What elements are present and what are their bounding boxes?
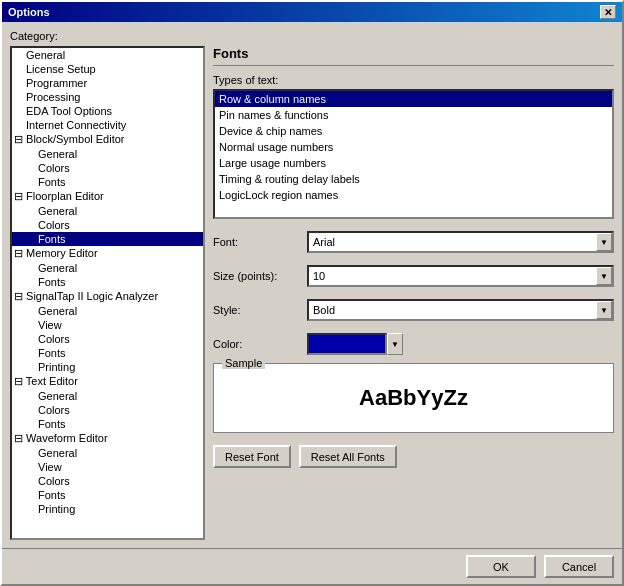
category-label: Category: (10, 30, 614, 42)
right-panel: Fonts Types of text: Row & column namesP… (213, 46, 614, 540)
types-list-item[interactable]: Device & chip names (215, 123, 612, 139)
left-panel: GeneralLicense SetupProgrammerProcessing… (10, 46, 205, 540)
sample-text: AaBbYyZz (359, 385, 468, 411)
tree-item[interactable]: ⊟ Block/Symbol Editor (12, 132, 203, 147)
reset-font-button[interactable]: Reset Font (213, 445, 291, 468)
size-label: Size (points): (213, 270, 303, 282)
tree-item[interactable]: Colors (12, 403, 203, 417)
dialog-footer: OK Cancel (2, 548, 622, 584)
font-select[interactable]: Arial ▼ (307, 231, 614, 253)
size-row: Size (points): 10 ▼ (213, 265, 614, 287)
tree-item[interactable]: General (12, 389, 203, 403)
reset-all-fonts-button[interactable]: Reset All Fonts (299, 445, 397, 468)
tree-item[interactable]: ⊟ SignalTap II Logic Analyzer (12, 289, 203, 304)
tree-item[interactable]: ⊟ Waveform Editor (12, 431, 203, 446)
panel-title: Fonts (213, 46, 614, 66)
tree-item[interactable]: General (12, 147, 203, 161)
tree-item[interactable]: ⊟ Memory Editor (12, 246, 203, 261)
close-button[interactable]: ✕ (600, 5, 616, 19)
tree-item[interactable]: Printing (12, 502, 203, 516)
size-select[interactable]: 10 ▼ (307, 265, 614, 287)
tree-item[interactable]: General (12, 304, 203, 318)
tree-item[interactable]: Printing (12, 360, 203, 374)
style-value: Bold (313, 304, 335, 316)
tree-item[interactable]: ⊟ Text Editor (12, 374, 203, 389)
style-label: Style: (213, 304, 303, 316)
tree-item[interactable]: Fonts (12, 232, 203, 246)
sample-group-label: Sample (222, 357, 265, 369)
tree-item[interactable]: ⊟ Floorplan Editor (12, 189, 203, 204)
tree-item[interactable]: Fonts (12, 175, 203, 189)
ok-button[interactable]: OK (466, 555, 536, 578)
types-list-item[interactable]: Row & column names (215, 91, 612, 107)
options-dialog: Options ✕ Category: GeneralLicense Setup… (0, 0, 624, 586)
font-value: Arial (313, 236, 335, 248)
tree-item[interactable]: Colors (12, 474, 203, 488)
style-select[interactable]: Bold ▼ (307, 299, 614, 321)
types-section: Types of text: Row & column namesPin nam… (213, 74, 614, 219)
tree-item[interactable]: General (12, 204, 203, 218)
tree-item[interactable]: Fonts (12, 417, 203, 431)
dialog-title: Options (8, 6, 50, 18)
tree-item[interactable]: Internet Connectivity (12, 118, 203, 132)
tree-item[interactable]: Processing (12, 90, 203, 104)
tree-item[interactable]: General (12, 261, 203, 275)
cancel-button[interactable]: Cancel (544, 555, 614, 578)
font-row: Font: Arial ▼ (213, 231, 614, 253)
tree-item[interactable]: Colors (12, 218, 203, 232)
sample-group: Sample AaBbYyZz (213, 363, 614, 433)
dialog-body: Category: GeneralLicense SetupProgrammer… (2, 22, 622, 548)
tree-item[interactable]: View (12, 460, 203, 474)
color-swatch[interactable] (307, 333, 387, 355)
types-list-item[interactable]: Large usage numbers (215, 155, 612, 171)
color-dropdown-arrow[interactable]: ▼ (387, 333, 403, 355)
color-picker-row: ▼ (307, 333, 403, 355)
tree-item[interactable]: Fonts (12, 488, 203, 502)
size-select-arrow[interactable]: ▼ (596, 267, 612, 285)
tree-item[interactable]: Fonts (12, 346, 203, 360)
tree-item[interactable]: View (12, 318, 203, 332)
types-list-item[interactable]: Normal usage numbers (215, 139, 612, 155)
style-select-arrow[interactable]: ▼ (596, 301, 612, 319)
types-list[interactable]: Row & column namesPin names & functionsD… (213, 89, 614, 219)
tree-item[interactable]: Programmer (12, 76, 203, 90)
types-label: Types of text: (213, 74, 614, 86)
size-value: 10 (313, 270, 325, 282)
color-label: Color: (213, 338, 303, 350)
tree-item[interactable]: Colors (12, 332, 203, 346)
style-row: Style: Bold ▼ (213, 299, 614, 321)
tree-item[interactable]: EDA Tool Options (12, 104, 203, 118)
content-area: GeneralLicense SetupProgrammerProcessing… (10, 46, 614, 540)
tree-item[interactable]: License Setup (12, 62, 203, 76)
types-list-item[interactable]: Timing & routing delay labels (215, 171, 612, 187)
tree-item[interactable]: General (12, 446, 203, 460)
font-select-arrow[interactable]: ▼ (596, 233, 612, 251)
tree-item[interactable]: Colors (12, 161, 203, 175)
tree-item[interactable]: Fonts (12, 275, 203, 289)
types-list-item[interactable]: Pin names & functions (215, 107, 612, 123)
tree-scroll[interactable]: GeneralLicense SetupProgrammerProcessing… (12, 48, 203, 538)
types-list-item[interactable]: LogicLock region names (215, 187, 612, 203)
title-bar: Options ✕ (2, 2, 622, 22)
font-buttons-row: Reset Font Reset All Fonts (213, 445, 614, 468)
font-label: Font: (213, 236, 303, 248)
color-row: Color: ▼ (213, 333, 614, 355)
tree-item[interactable]: General (12, 48, 203, 62)
